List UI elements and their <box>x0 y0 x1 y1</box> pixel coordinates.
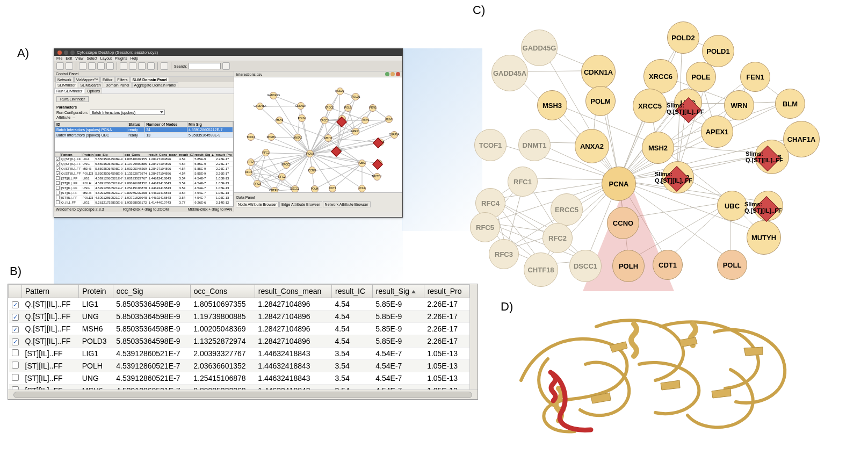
save-icon[interactable] <box>66 62 73 70</box>
table-row[interactable]: Q.[ST][IL]..FFLIG15.85035364598E-91.8051… <box>9 298 469 311</box>
col-pattern[interactable]: Pattern <box>22 285 79 298</box>
node-dscc1[interactable]: DSCC1 <box>569 250 602 282</box>
mini-node-chaf1a[interactable]: CHAF1A <box>390 131 398 139</box>
mini-result-row[interactable]: [ST][IL]..FFMSH64.53912860521E-70.899852… <box>55 191 233 196</box>
mini-node-tcof1[interactable]: TCOF1 <box>247 133 255 141</box>
node-mutyh[interactable]: MUTYH <box>747 220 781 255</box>
net-close-icon[interactable] <box>396 72 400 76</box>
node-polm[interactable]: POLM <box>585 86 616 116</box>
col-result_cons_mean[interactable]: result_Cons_mean <box>255 285 331 298</box>
row-checkbox[interactable] <box>12 338 19 345</box>
node-ubc[interactable]: UBC <box>717 191 747 221</box>
dp-edit-icon[interactable] <box>378 194 384 200</box>
mini-node-msh3[interactable]: MSH3 <box>276 117 283 124</box>
tab-run-slimfinder[interactable]: Run SLiMfinder <box>54 88 84 93</box>
tab-slimfinder[interactable]: SLiMfinder <box>55 82 77 88</box>
menu-layout[interactable]: Layout <box>100 56 112 60</box>
mini-node-blm[interactable]: BLM <box>385 116 393 123</box>
delete-icon[interactable] <box>161 62 168 70</box>
menu-view[interactable]: View <box>75 56 83 60</box>
vertical-scrollbar[interactable] <box>469 284 478 389</box>
mini-result-row[interactable]: Q..[IL]..FFLIG19.26121752853E-61.9355883… <box>55 200 233 205</box>
node-msh3[interactable]: MSH3 <box>537 90 567 120</box>
mini-node-dnmt1[interactable]: DNMT1 <box>267 133 275 141</box>
tab-slim-domain-panel[interactable]: SLiM Domain Panel <box>130 77 169 82</box>
node-polh[interactable]: POLH <box>612 250 645 282</box>
node-pcna[interactable]: PCNA <box>602 167 636 201</box>
tab-aggregate-domain-panel[interactable]: Aggregate Domain Panel <box>132 82 178 88</box>
mini-node-wrn[interactable]: WRN <box>361 117 369 124</box>
table-row[interactable]: [ST][IL]..FFMSH64.53912860521E-70.899852… <box>9 385 469 390</box>
mini-node-ccno[interactable]: CCNO <box>308 167 316 174</box>
filter-icon[interactable] <box>147 62 155 70</box>
mini-result-row[interactable]: [ST][IL]..FFLIG14.53912860521E-72.003933… <box>55 176 233 181</box>
dp-add-icon[interactable] <box>370 194 376 200</box>
node-pold1[interactable]: POLD1 <box>702 35 734 67</box>
mini-node-gadd45g[interactable]: GADD45G <box>270 92 277 99</box>
table-row[interactable]: [ST][IL]..FFUNG4.53912860521E-71.2541510… <box>9 372 469 385</box>
mini-node-rfc1[interactable]: RFC1 <box>262 149 270 156</box>
menu-help[interactable]: Help <box>131 56 138 60</box>
col-result_ic[interactable]: result_IC <box>332 285 373 298</box>
zoom-out-icon[interactable] <box>88 62 96 70</box>
node-msh2[interactable]: MSH2 <box>642 132 674 164</box>
mini-node-cdkn1a[interactable]: CDKN1A <box>297 102 305 110</box>
mini-result-row[interactable]: ✓Q.[ST][IL]..FFPOLD35.85035364598E-91.13… <box>55 171 233 176</box>
row-checkbox[interactable] <box>12 349 19 356</box>
mini-result-row[interactable]: ✓Q.[ST][IL]..FFLIG15.85035364598E-91.805… <box>55 157 233 162</box>
node-rfc5[interactable]: RFC5 <box>470 212 500 242</box>
search-input[interactable] <box>189 63 221 69</box>
tab-vizmapper-[interactable]: VizMapper™ <box>74 77 100 82</box>
mini-node-cdt1[interactable]: CDT1 <box>329 185 336 192</box>
tab-network-attribute-browser[interactable]: Network Attribute Browser <box>323 201 371 207</box>
close-icon[interactable] <box>57 50 62 55</box>
node-gadd45g[interactable]: GADD45G <box>521 30 558 66</box>
node-anxa2[interactable]: ANXA2 <box>575 129 609 163</box>
tab-slimsearch[interactable]: SLiMSearch <box>78 82 103 88</box>
horizontal-scrollbar[interactable] <box>8 389 478 399</box>
tab-node-attribute-browser[interactable]: Node Attribute Browser <box>236 201 279 207</box>
style-icon[interactable] <box>138 62 146 70</box>
node-rfc2[interactable]: RFC2 <box>542 223 573 253</box>
runconf-select[interactable]: Batch Interactors (spokes) <box>90 110 165 115</box>
mini-node-poll[interactable]: POLL <box>358 185 366 192</box>
node-tcof1[interactable]: TCOF1 <box>474 129 507 161</box>
table-row[interactable]: Q.[ST][IL]..FFMSH65.85035364598E-91.0020… <box>9 323 469 335</box>
node-rfc1[interactable]: RFC1 <box>508 167 538 197</box>
mini-node-gadd45a[interactable]: GADD45A <box>256 103 264 110</box>
mini-result-row[interactable]: [ST][IL]..FFPOLD34.53912860521E-71.03731… <box>55 196 233 200</box>
node-ccno[interactable]: CCNO <box>607 207 639 239</box>
row-checkbox[interactable] <box>12 362 19 369</box>
mini-node-polm[interactable]: POLM <box>298 114 306 122</box>
node-poll[interactable]: POLL <box>717 250 747 280</box>
mini-node-pold1[interactable]: POLD1 <box>352 93 359 100</box>
mini-result-row[interactable]: ✓Q.[ST][IL]..FFMSH65.85035364598E-91.002… <box>55 167 233 171</box>
mini-node-rfc5[interactable]: RFC5 <box>245 169 252 176</box>
layout-icon[interactable] <box>129 62 136 70</box>
node-xrcc5[interactable]: XRCC5 <box>633 89 667 123</box>
zoom-in-icon[interactable] <box>79 62 86 70</box>
open-icon[interactable] <box>56 62 64 70</box>
node-blm[interactable]: BLM <box>775 89 805 119</box>
mini-node-rfc3[interactable]: RFC3 <box>254 180 261 187</box>
mini-node-ubc[interactable]: UBC <box>358 160 366 167</box>
tab-options[interactable]: Options <box>85 88 102 93</box>
mini-node-xrcc5[interactable]: XRCC5 <box>321 117 328 124</box>
node-pold2[interactable]: POLD2 <box>667 21 699 54</box>
dp-list-icon[interactable] <box>386 194 392 200</box>
row-checkbox[interactable] <box>12 326 19 333</box>
tab-network[interactable]: Network <box>55 77 74 82</box>
mini-node-pole[interactable]: POLE <box>344 104 352 112</box>
mini-result-row[interactable]: ✓Q.[ST][IL]..FFUNG5.85035364598E-91.1973… <box>55 162 233 167</box>
tab-domain-panel[interactable]: Domain Panel <box>104 82 132 88</box>
node-pole[interactable]: POLE <box>686 62 716 92</box>
job-row[interactable]: Batch Interactors (spokes) PCNAready344.… <box>55 127 233 133</box>
window-titlebar[interactable]: Cytoscape Desktop (Session: session.cys) <box>54 49 402 56</box>
row-checkbox[interactable] <box>12 386 19 389</box>
mini-node-xrcc6[interactable]: XRCC6 <box>326 104 333 111</box>
tab-editor[interactable]: Editor <box>100 77 114 82</box>
node-chaf1a[interactable]: CHAF1A <box>783 121 820 157</box>
node-fen1[interactable]: FEN1 <box>740 62 770 92</box>
network-view-titlebar[interactable]: interactions.csv <box>234 71 402 77</box>
menu-edit[interactable]: Edit <box>66 56 72 60</box>
